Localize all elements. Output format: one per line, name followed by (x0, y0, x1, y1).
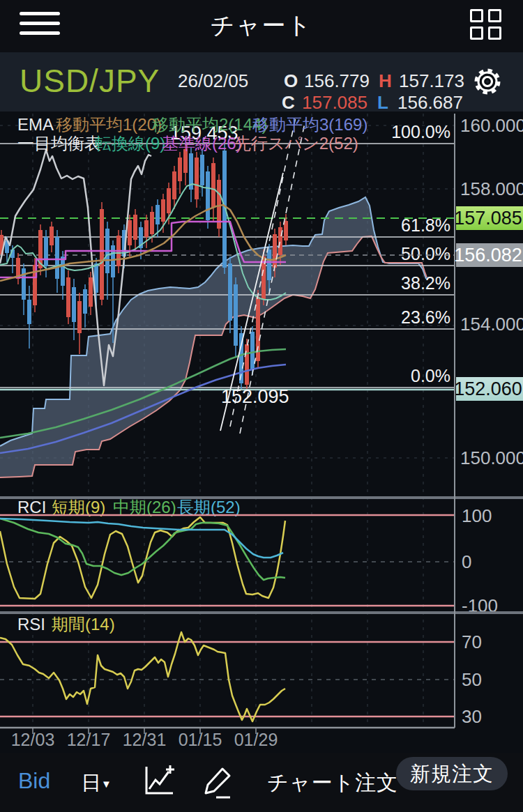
candle-body (284, 221, 288, 240)
rsi-legend-item: RSI (17, 615, 45, 634)
x-axis-label: 12/17 (67, 730, 111, 749)
app-header: チャート (0, 0, 523, 52)
candle-body (200, 155, 204, 185)
low-label: L (377, 92, 388, 114)
x-axis-label: 01/29 (234, 730, 278, 749)
price-badge-label: 156.082 (454, 245, 522, 266)
fib-label: 100.0% (391, 122, 450, 141)
candle-body (77, 301, 82, 333)
legend-item: 転換線(9) (95, 134, 165, 153)
close-value: 157.085 (302, 92, 367, 114)
price-axis-label: 160.000 (460, 115, 523, 136)
legend-item: 基準線(26) (162, 134, 242, 153)
page-title: チャート (0, 10, 523, 42)
oscillator-axis-label: 100 (462, 505, 492, 526)
open-value: 156.779 (304, 70, 370, 92)
candle-body (61, 256, 65, 286)
oscillator-axis-label: 30 (462, 706, 482, 727)
chart-order-button[interactable]: チャート注文 (267, 769, 398, 797)
interval-select-button[interactable]: 日▼ (81, 769, 112, 797)
panel-separator (0, 611, 523, 614)
price-badge-label: 157.085 (454, 208, 522, 229)
chart-canvas[interactable]: 100.0%61.8%50.0%38.2%23.6%0.0%159.453152… (0, 112, 523, 753)
candle-body (245, 344, 249, 385)
low-value: 156.687 (397, 92, 463, 114)
fib-label: 23.6% (401, 307, 450, 327)
new-order-button[interactable]: 新規注文 (396, 757, 508, 790)
price-badge-label: 152.060 (454, 378, 522, 399)
legend-item: 先行スパン2(52) (234, 134, 358, 153)
candle-body (167, 188, 171, 213)
candle-body (267, 250, 271, 280)
candle-body (22, 268, 26, 300)
candle-body (183, 149, 188, 173)
candle-body (55, 237, 59, 279)
chart-plus-icon (139, 763, 176, 799)
oscillator-line (0, 632, 285, 721)
rci-legend-item: 短期(9) (52, 498, 105, 516)
x-axis-label: 12/31 (123, 730, 167, 749)
candle-body (156, 205, 160, 224)
candle-body (228, 263, 232, 321)
candle-body (133, 215, 137, 240)
candle-body (89, 277, 93, 307)
price-axis-label: 150.000 (460, 447, 523, 468)
candle-body (161, 199, 165, 222)
settings-gear-icon[interactable] (470, 64, 505, 99)
x-axis-label: 12/03 (11, 730, 55, 749)
bottom-toolbar: Bid 日▼ チャート注文 新規注文 (0, 753, 523, 812)
candle-body (206, 171, 210, 220)
currency-pair[interactable]: USD/JPY (20, 62, 160, 100)
rci-legend-item: RCI (17, 498, 46, 516)
rci-legend-item: 長期(52) (177, 498, 241, 516)
oscillator-axis-label: 0 (462, 551, 471, 572)
oscillator-axis-label: 70 (462, 631, 482, 652)
close-label: C (282, 92, 295, 114)
price-annotation: 152.095 (221, 386, 289, 407)
price-chart[interactable]: 100.0%61.8%50.0%38.2%23.6%0.0%159.453152… (0, 112, 523, 753)
fib-label: 50.0% (401, 244, 450, 263)
candle-body (128, 220, 132, 245)
candle-body (211, 163, 215, 208)
candle-body (234, 284, 238, 346)
rci-legend-item: 中期(26) (113, 498, 176, 516)
ichimoku-cloud (0, 197, 427, 477)
candle-body (178, 158, 182, 181)
oscillator-line (0, 517, 285, 599)
rsi-legend-item: 期間(14) (52, 615, 115, 634)
price-axis-label: 158.000 (460, 178, 523, 199)
candle-body (195, 158, 199, 199)
candle-body (50, 227, 54, 245)
draw-tool-button[interactable] (199, 763, 236, 799)
high-value: 157.173 (399, 70, 464, 92)
quote-date: 26/02/05 (178, 70, 248, 92)
legend-item: 移動平均1(20) (56, 115, 162, 134)
indicator-add-button[interactable] (139, 763, 176, 799)
quote-bar: USD/JPY 26/02/05 O 156.779 H 157.173 C 1… (0, 52, 523, 112)
layout-grid-icon[interactable] (470, 9, 503, 41)
candle-body (72, 287, 76, 322)
legend-item: 移動平均3(169) (252, 115, 367, 134)
x-axis-label: 01/15 (179, 730, 222, 749)
trading-app: チャート USD/JPY 26/02/05 O 156.779 H 157.17… (0, 0, 523, 812)
panel-separator (0, 496, 523, 499)
legend-item: 一目均衡表 (17, 134, 101, 153)
high-label: H (379, 70, 392, 92)
pencil-icon (199, 763, 236, 799)
open-label: O (284, 70, 298, 92)
candle-body (27, 300, 31, 324)
candle-body (150, 212, 154, 234)
oscillator-line (0, 519, 283, 558)
candle-body (144, 220, 149, 237)
candle-body (83, 289, 87, 314)
candle-body (66, 277, 70, 317)
legend-item: 移動平均2(144) (152, 115, 267, 134)
chevron-down-icon: ▼ (101, 778, 112, 790)
candle-body (100, 209, 104, 300)
fib-label: 38.2% (401, 273, 450, 293)
fib-label: 0.0% (411, 366, 450, 385)
candle-body (172, 171, 176, 199)
bid-toggle-button[interactable]: Bid (18, 768, 50, 794)
oscillator-axis-label: 50 (462, 669, 482, 690)
legend-item: EMA (17, 115, 54, 134)
